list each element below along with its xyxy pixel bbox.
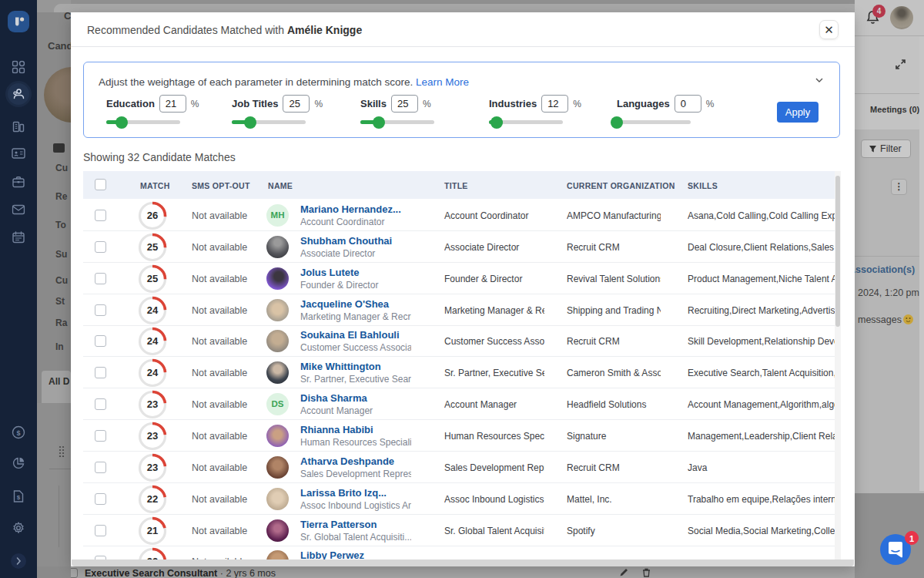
svg-text:$: $ xyxy=(17,494,21,501)
svg-text:$: $ xyxy=(16,429,20,437)
